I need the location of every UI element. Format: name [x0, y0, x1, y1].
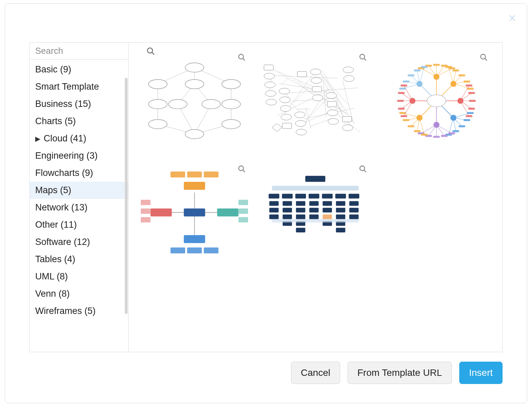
svg-line-165 [401, 101, 413, 109]
svg-rect-180 [407, 74, 414, 76]
svg-rect-154 [414, 130, 421, 132]
svg-rect-104 [445, 66, 452, 68]
svg-point-22 [169, 99, 187, 109]
dialog-footer: Cancel From Template URL Insert [291, 362, 503, 384]
svg-rect-233 [323, 201, 332, 206]
svg-point-72 [265, 82, 275, 88]
category-item[interactable]: Basic (9) [30, 61, 128, 78]
svg-rect-205 [141, 217, 151, 223]
category-label: Cloud (41) [44, 133, 86, 144]
svg-rect-207 [239, 208, 248, 214]
template-thumbnail [262, 58, 369, 144]
svg-rect-60 [264, 65, 273, 70]
category-item[interactable]: Tables (4) [30, 251, 128, 268]
svg-rect-231 [309, 214, 319, 219]
scrollbar-thumb[interactable] [125, 78, 128, 314]
svg-line-97 [436, 66, 444, 77]
svg-rect-216 [269, 214, 279, 219]
svg-rect-130 [463, 119, 470, 121]
svg-line-145 [428, 125, 436, 136]
svg-point-27 [222, 119, 240, 129]
svg-rect-197 [184, 208, 205, 217]
template-item[interactable] [262, 53, 369, 144]
svg-point-23 [202, 99, 220, 109]
template-item[interactable] [262, 164, 369, 256]
svg-rect-213 [269, 194, 280, 199]
category-item[interactable]: Wireframes (5) [30, 302, 128, 320]
svg-point-185 [427, 95, 446, 107]
svg-rect-246 [349, 214, 359, 219]
category-item[interactable]: Flowcharts (9) [30, 164, 128, 182]
category-item[interactable]: Other (11) [30, 216, 128, 233]
svg-rect-237 [335, 194, 346, 199]
svg-rect-206 [239, 200, 248, 205]
category-sidebar: Basic (9)Smart TemplateBusiness (15)Char… [30, 43, 129, 352]
svg-rect-152 [421, 134, 427, 136]
category-item[interactable]: Maps (5) [30, 182, 128, 199]
svg-point-84 [266, 99, 277, 105]
svg-rect-204 [141, 208, 151, 214]
svg-line-139 [436, 125, 451, 133]
svg-rect-106 [452, 69, 459, 71]
svg-rect-229 [309, 201, 319, 206]
category-item[interactable]: Smart Template [30, 78, 128, 95]
svg-rect-215 [269, 208, 279, 212]
svg-rect-208 [239, 217, 248, 223]
svg-rect-112 [467, 88, 474, 90]
category-item[interactable]: Business (15) [30, 95, 128, 113]
cancel-button[interactable]: Cancel [291, 362, 340, 384]
svg-rect-75 [312, 87, 322, 92]
dialog-body: Basic (9)Smart TemplateBusiness (15)Char… [29, 42, 503, 352]
svg-rect-122 [468, 108, 475, 110]
category-item[interactable]: Charts (5) [30, 113, 128, 130]
svg-rect-239 [336, 208, 346, 212]
template-thumbnail [383, 58, 490, 144]
svg-rect-223 [296, 201, 306, 206]
template-item[interactable] [141, 164, 248, 256]
category-item[interactable]: Venn (8) [30, 285, 128, 302]
scrollbar[interactable] [125, 78, 128, 349]
category-label: Network (13) [35, 202, 88, 213]
svg-rect-211 [305, 176, 325, 182]
category-label: Smart Template [35, 82, 99, 92]
template-thumbnail [141, 169, 248, 256]
insert-button[interactable]: Insert [459, 362, 503, 384]
svg-rect-196 [151, 208, 172, 217]
category-item[interactable]: Engineering (3) [30, 147, 128, 164]
from-template-url-button[interactable]: From Template URL [348, 362, 452, 384]
svg-point-18 [149, 80, 167, 89]
svg-rect-120 [469, 100, 476, 102]
svg-line-151 [419, 118, 424, 135]
svg-line-141 [436, 125, 444, 136]
category-item[interactable]: UML (8) [30, 268, 128, 285]
svg-rect-108 [459, 74, 465, 76]
svg-rect-240 [336, 214, 346, 219]
svg-rect-144 [433, 136, 440, 138]
category-label: Other (11) [35, 220, 77, 230]
svg-rect-96 [433, 64, 440, 66]
search-input[interactable] [35, 45, 146, 56]
svg-point-66 [264, 73, 275, 79]
category-item[interactable]: ▶Cloud (41) [30, 130, 128, 147]
category-item[interactable]: Network (13) [30, 199, 128, 216]
svg-line-169 [401, 93, 413, 101]
svg-point-69 [311, 77, 322, 84]
template-item[interactable] [141, 53, 248, 144]
svg-rect-170 [398, 92, 405, 94]
category-item[interactable]: Software (12) [30, 233, 128, 251]
template-thumbnail [141, 58, 248, 144]
svg-rect-242 [336, 228, 346, 232]
svg-point-78 [265, 90, 276, 96]
svg-rect-220 [283, 214, 292, 219]
svg-rect-168 [397, 100, 404, 102]
svg-rect-160 [399, 112, 406, 114]
svg-rect-217 [282, 194, 293, 199]
close-button[interactable]: × [508, 11, 516, 25]
category-label: Engineering (3) [35, 151, 98, 161]
template-item[interactable] [383, 53, 490, 144]
svg-rect-158 [403, 119, 409, 121]
svg-rect-124 [466, 115, 472, 117]
svg-line-103 [448, 67, 453, 84]
svg-rect-85 [283, 123, 292, 129]
svg-rect-194 [187, 172, 202, 178]
